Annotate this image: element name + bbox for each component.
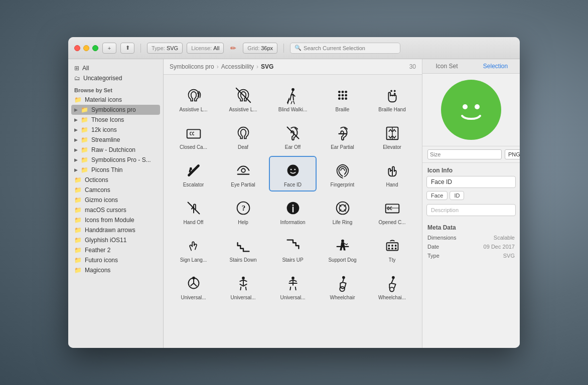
icon-cell-life-ring[interactable]: Life Ring: [319, 194, 366, 229]
icon-cell-braille[interactable]: Braille: [319, 81, 366, 116]
icon-label-face-id: Face ID: [284, 182, 302, 187]
minimize-button[interactable]: [83, 45, 89, 51]
icon-cell-elevator[interactable]: Elevator: [368, 118, 416, 154]
grid-label: Grid:: [247, 45, 259, 51]
icon-cell-universal-1[interactable]: Universal...: [170, 269, 217, 304]
sidebar-item-raw-dutchicon[interactable]: ▶ 📁 Raw - Dutchicon: [68, 145, 163, 155]
stairs-down-icon: [234, 236, 253, 255]
icon-cell-universal-2[interactable]: Universal...: [219, 269, 267, 304]
icon-cell-hand-off[interactable]: Hand Off: [170, 194, 217, 229]
chevron-icon-4: ▶: [74, 137, 78, 142]
icon-cell-opened-c[interactable]: OC Opened C...: [368, 194, 416, 229]
type-filter[interactable]: Type: SVG: [147, 43, 183, 54]
help-icon: ?: [234, 199, 253, 218]
tag-face[interactable]: Face: [426, 191, 448, 200]
fingerprint-icon: [333, 161, 352, 180]
sidebar-item-gizmo[interactable]: 📁 Gizmo icons: [68, 195, 163, 205]
search-bar[interactable]: 🔍: [290, 43, 400, 54]
format-select[interactable]: PNG SVG: [505, 149, 520, 159]
icon-tags: Face ID: [422, 191, 520, 204]
braille-hand-icon: [383, 86, 402, 105]
tab-selection[interactable]: Selection: [471, 59, 520, 73]
sidebar-item-all[interactable]: ⊞ All: [68, 63, 163, 73]
folder-icon-8: 📁: [81, 156, 88, 163]
sidebar-item-picons-thin[interactable]: ▶ 📁 Picons Thin: [68, 165, 163, 175]
description-field[interactable]: Description: [426, 204, 516, 216]
icon-cell-assistive-l-2[interactable]: Assistive L...: [219, 81, 267, 116]
icon-cell-braille-hand[interactable]: Braille Hand: [368, 81, 416, 116]
sidebar-item-streamline[interactable]: ▶ 📁 Streamline: [68, 135, 163, 145]
breadcrumb-part-2[interactable]: Accessibility: [221, 63, 254, 70]
sidebar-item-futuro[interactable]: 📁 Futuro icons: [68, 255, 163, 265]
new-tab-button[interactable]: +: [102, 43, 116, 54]
tag-id[interactable]: ID: [450, 191, 464, 200]
sidebar-magicons-label: Magicons: [85, 267, 110, 274]
color-picker-button[interactable]: ✏: [228, 43, 239, 54]
sidebar-item-12k[interactable]: ▶ 📁 12k icons: [68, 125, 163, 135]
sidebar-item-magicons[interactable]: 📁 Magicons: [68, 265, 163, 275]
icon-cell-ear-off[interactable]: Ear Off: [269, 118, 317, 154]
eye-partial-icon: [234, 161, 253, 180]
search-input[interactable]: [304, 45, 396, 51]
icon-cell-stairs-up[interactable]: Stairs UP: [269, 231, 317, 267]
chevron-icon: ▶: [74, 107, 78, 112]
icon-cell-sign-lang[interactable]: Sign Lang...: [170, 231, 217, 267]
icon-label-wheelchair-2: Wheelchai...: [378, 295, 406, 300]
svg-point-13: [393, 93, 395, 95]
fullscreen-button[interactable]: [92, 45, 98, 51]
folder-icon-3: 📁: [81, 106, 88, 113]
sidebar-item-uncategorised[interactable]: 🗂 Uncategorised: [68, 73, 163, 83]
tab-icon-set[interactable]: Icon Set: [422, 59, 471, 73]
icon-cell-hand[interactable]: Hand: [368, 156, 416, 191]
icon-cell-fingerprint[interactable]: Fingerprint: [319, 156, 366, 191]
right-panel: Icon Set Selection PNG SVG: [422, 59, 520, 348]
icon-cell-assistive-l-1[interactable]: Assistive L...: [170, 81, 217, 116]
icon-cell-blind-walking[interactable]: Blind Walki...: [269, 81, 317, 116]
icon-label-ear-off: Ear Off: [285, 144, 301, 150]
icon-label-deaf: Deaf: [238, 144, 248, 150]
sidebar-item-handdrawn[interactable]: 📁 Handdrawn arrows: [68, 225, 163, 235]
sidebar-item-symbolicons-s[interactable]: ▶ 📁 Symbolicons Pro - S...: [68, 155, 163, 165]
icon-name-input[interactable]: [426, 176, 516, 188]
icon-cell-help[interactable]: ? Help: [219, 194, 267, 229]
size-input[interactable]: [427, 149, 502, 159]
sidebar-item-feather-2[interactable]: 📁 Feather 2: [68, 245, 163, 255]
sidebar-item-material-icons[interactable]: 📁 Material icons: [68, 95, 163, 105]
grid-size[interactable]: Grid: 36px: [243, 43, 277, 54]
icon-cell-deaf[interactable]: Deaf: [219, 118, 267, 154]
closed-captions-icon: CC: [184, 123, 203, 142]
sidebar-item-those-icons[interactable]: ▶ 📁 Those Icons: [68, 115, 163, 125]
preview-area: [422, 74, 520, 146]
sidebar-handdrawn-label: Handdrawn arrows: [85, 227, 135, 234]
sidebar-item-symbolicons-pro[interactable]: ▶ 📁 Symbolicons pro: [71, 105, 160, 115]
icon-cell-information[interactable]: Information: [269, 194, 317, 229]
sidebar-12k-label: 12k icons: [91, 126, 117, 133]
icon-cell-ear-partial[interactable]: Ear Partial: [319, 118, 366, 154]
icon-cell-tty[interactable]: Tty: [368, 231, 416, 267]
icon-cell-support-dog[interactable]: Support Dog: [319, 231, 366, 267]
icon-cell-wheelchair[interactable]: Wheelchair: [319, 269, 366, 304]
svg-point-5: [338, 94, 340, 97]
icon-cell-face-id[interactable]: Face ID: [269, 156, 317, 191]
icon-cell-wheelchair-2[interactable]: Wheelchai...: [368, 269, 416, 304]
icon-cell-eye-partial[interactable]: Eye Partial: [219, 156, 267, 191]
export-button[interactable]: ⬆: [120, 43, 134, 54]
sidebar-item-macos[interactable]: 📁 macOS cursors: [68, 205, 163, 215]
icon-label-tty: Tty: [389, 257, 396, 263]
icon-cell-stairs-down[interactable]: Stairs Down: [219, 231, 267, 267]
close-button[interactable]: [74, 45, 80, 51]
sidebar-item-octicons[interactable]: 📁 Octicons: [68, 175, 163, 185]
icon-cell-universal-3[interactable]: Universal...: [269, 269, 317, 304]
license-filter[interactable]: License: All: [187, 43, 224, 54]
sidebar-item-glyphish[interactable]: 📁 Glyphish iOS11: [68, 235, 163, 245]
sidebar-item-icons-from-module[interactable]: 📁 Icons from Module: [68, 215, 163, 225]
breadcrumb-part-3[interactable]: SVG: [261, 63, 273, 70]
folder-icon-2: 📁: [74, 96, 82, 103]
hand-off-icon: [184, 199, 203, 218]
icon-cell-escalator[interactable]: Escalator: [170, 156, 217, 191]
icon-cell-closed-ca[interactable]: CC Closed Ca...: [170, 118, 217, 154]
sidebar-item-camcons[interactable]: 📁 Camcons: [68, 185, 163, 195]
breadcrumb-part-1[interactable]: Symbolicons pro: [170, 63, 214, 70]
icon-label-assistive-l-2: Assistive L...: [229, 107, 257, 112]
type-value: SVG: [167, 45, 178, 51]
